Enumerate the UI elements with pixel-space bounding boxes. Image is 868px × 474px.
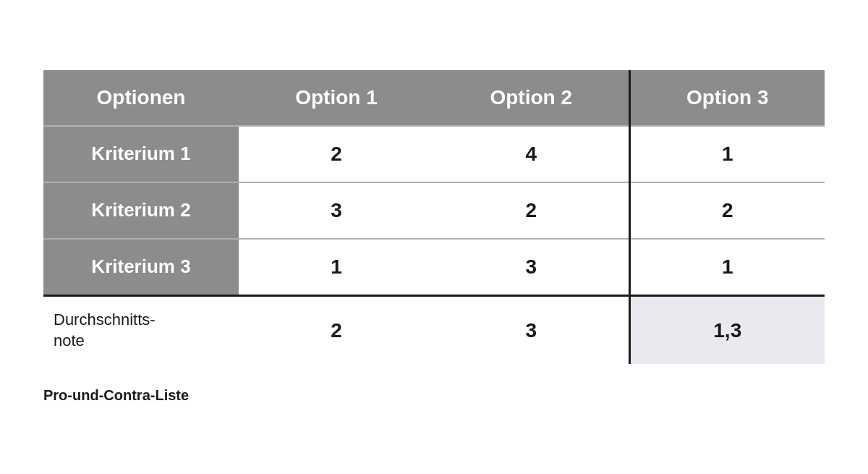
header-row: Optionen Option 1 Option 2 Option 3 — [43, 70, 825, 126]
footer-val2: 3 — [434, 295, 629, 364]
row1-val2: 4 — [434, 126, 629, 182]
row2-val3: 2 — [629, 182, 825, 239]
table-row: Kriterium 3 1 3 1 — [43, 239, 825, 296]
row1-label: Kriterium 1 — [43, 126, 239, 182]
row2-val1: 3 — [239, 182, 434, 239]
comparison-table: Optionen Option 1 Option 2 Option 3 Krit… — [43, 70, 825, 364]
comparison-table-wrapper: Optionen Option 1 Option 2 Option 3 Krit… — [43, 70, 825, 364]
footer-label: Durchschnitts- note — [43, 295, 239, 364]
row1-val1: 2 — [239, 126, 434, 182]
header-optionen: Optionen — [43, 70, 239, 126]
table-row: Kriterium 1 2 4 1 — [43, 126, 825, 182]
row2-label: Kriterium 2 — [43, 182, 239, 239]
caption-label: Pro-und-Contra-Liste — [43, 387, 189, 404]
footer-val3: 1,3 — [629, 295, 825, 364]
header-option1: Option 1 — [239, 70, 434, 126]
row3-val1: 1 — [239, 239, 434, 296]
row3-val3: 1 — [629, 239, 825, 296]
footer-val1: 2 — [239, 295, 434, 364]
footer-row: Durchschnitts- note 2 3 1,3 — [43, 295, 825, 364]
table-row: Kriterium 2 3 2 2 — [43, 182, 825, 239]
row3-val2: 3 — [434, 239, 629, 296]
row1-val3: 1 — [629, 126, 825, 182]
header-option3: Option 3 — [629, 70, 825, 126]
header-option2: Option 2 — [434, 70, 629, 126]
row2-val2: 2 — [434, 182, 629, 239]
row3-label: Kriterium 3 — [43, 239, 239, 296]
